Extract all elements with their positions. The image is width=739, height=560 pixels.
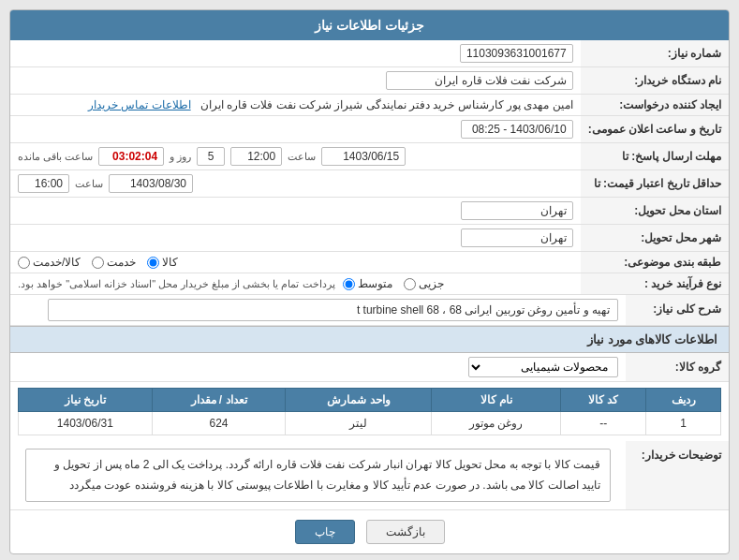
creator-text: امین مهدی پور کارشناس خرید دفتر نمایندگی… — [200, 98, 573, 111]
time-label: ساعت — [288, 151, 316, 163]
buyer-notes-table: توضیحات خریدار: قیمت کالا با توجه به محل… — [10, 441, 729, 510]
response-deadline-value: 1403/06/15 ساعت 12:00 5 روز و 03:02:04 س… — [10, 143, 581, 170]
products-table-header-row: ردیف کد کالا نام کالا واحد شمارش تعداد /… — [19, 389, 721, 412]
category-radio-group: کالا خدمت کالا/خدمت — [18, 256, 573, 269]
cell-row: 1 — [646, 412, 721, 435]
purchase-note: پرداخت تمام یا بخشی از مبلغ خریدار محل "… — [18, 278, 335, 290]
category-goods-service-radio[interactable] — [18, 257, 30, 269]
col-quantity: تعداد / مقدار — [152, 389, 286, 412]
purchase-type-medium[interactable]: متوسط — [343, 277, 392, 290]
buyer-display: شرکت نفت فلات قاره ایران — [386, 71, 573, 90]
province-value: تهران — [10, 198, 581, 225]
products-table-head: ردیف کد کالا نام کالا واحد شمارش تعداد /… — [19, 389, 721, 412]
category-value: کالا خدمت کالا/خدمت — [10, 252, 581, 273]
creator-label: ایجاد کننده درخواست: — [581, 95, 729, 116]
purchase-type-label: نوع فرآیند خرید : — [581, 273, 729, 295]
countdown-label: ساعت باقی مانده — [18, 151, 93, 163]
cell-unit: لیتر — [286, 412, 432, 435]
category-goods-service[interactable]: کالا/خدمت — [18, 256, 81, 269]
purchase-type-partial-radio[interactable] — [404, 278, 416, 290]
col-code: کد کالا — [561, 389, 646, 412]
purchase-type-row: نوع فرآیند خرید : جزیی متوسط — [10, 273, 729, 295]
response-deadline-label: مهلت ارسال پاسخ: تا — [581, 143, 729, 170]
product-group-value: محصولات شیمیایی — [10, 353, 626, 382]
cell-quantity: 624 — [152, 412, 286, 435]
validity-row: حداقل تاریخ اعتبار قیمت: تا 1403/08/30 س… — [10, 170, 729, 198]
cell-code: -- — [561, 412, 646, 435]
category-label: طبقه بندی موضوعی: — [581, 252, 729, 273]
product-group-label: گروه کالا: — [626, 353, 729, 382]
category-service-radio[interactable] — [92, 257, 104, 269]
description-display: تهیه و تأمین روغن توربین ایرانی 68 ، 68 … — [48, 299, 618, 321]
products-table-body: 1 -- روغن موتور لیتر 624 1403/06/31 — [19, 412, 721, 435]
response-date-display: 1403/06/15 — [321, 147, 406, 166]
product-group-table: گروه کالا: محصولات شیمیایی — [10, 353, 729, 382]
creator-link[interactable]: اطلاعات تماس خریدار — [88, 98, 191, 111]
validity-date-display: 1403/08/30 — [109, 174, 193, 193]
page-title: جزئیات اطلاعات نیاز — [10, 10, 729, 40]
description-label: شرح کلی نیاز: — [626, 295, 729, 326]
table-row: 1 -- روغن موتور لیتر 624 1403/06/31 — [19, 412, 721, 435]
countdown-display: 03:02:04 — [98, 147, 164, 166]
response-days-display: 5 — [197, 147, 225, 166]
purchase-type-partial-label: جزیی — [419, 277, 444, 290]
validity-time-display: 16:00 — [18, 174, 69, 193]
description-value: تهیه و تأمین روغن توربین ایرانی 68 ، 68 … — [10, 295, 626, 326]
date-display: 1403/06/10 - 08:25 — [461, 120, 573, 139]
products-table: ردیف کد کالا نام کالا واحد شمارش تعداد /… — [18, 388, 721, 435]
description-row: شرح کلی نیاز: تهیه و تأمین روغن توربین ا… — [10, 295, 729, 326]
products-section-header: اطلاعات کالاهای مورد نیاز — [10, 326, 729, 353]
purchase-type-value: جزیی متوسط پرداخت تمام یا بخشی از مبلغ خ… — [10, 273, 581, 295]
buyer-notes-label: توضیحات خریدار: — [626, 441, 729, 510]
need-number-row: شماره نیاز: 1103093631001677 — [10, 40, 729, 67]
buyer-label: نام دستگاه خریدار: — [581, 67, 729, 95]
province-label: استان محل تحویل: — [581, 198, 729, 225]
validity-value: 1403/08/30 ساعت 16:00 — [10, 170, 581, 198]
purchase-type-medium-radio[interactable] — [343, 278, 355, 290]
buyer-notes-display: قیمت کالا با توجه به محل تحویل کالا تهرا… — [25, 449, 611, 502]
product-group-select[interactable]: محصولات شیمیایی — [468, 357, 618, 377]
category-goods-radio[interactable] — [147, 257, 159, 269]
cell-date: 1403/06/31 — [19, 412, 153, 435]
back-button[interactable]: بازگشت — [366, 520, 445, 544]
buyer-notes-row: توضیحات خریدار: قیمت کالا با توجه به محل… — [10, 441, 729, 510]
col-row: ردیف — [646, 389, 721, 412]
purchase-type-radio-group: جزیی متوسط — [343, 277, 444, 290]
button-row: بازگشت چاپ — [10, 510, 729, 553]
buyer-value: شرکت نفت فلات قاره ایران — [10, 67, 581, 95]
purchase-type-partial[interactable]: جزیی — [404, 277, 444, 290]
cell-name: روغن موتور — [432, 412, 561, 435]
page-wrapper: جزئیات اطلاعات نیاز شماره نیاز: 11030936… — [0, 0, 739, 560]
date-value: 1403/06/10 - 08:25 — [10, 116, 581, 143]
buyer-notes-value: قیمت کالا با توجه به محل تحویل کالا تهرا… — [10, 441, 626, 510]
main-card: جزئیات اطلاعات نیاز شماره نیاز: 11030936… — [9, 9, 730, 554]
category-service-label: خدمت — [107, 256, 136, 269]
province-row: استان محل تحویل: تهران — [10, 198, 729, 225]
product-group-row: گروه کالا: محصولات شیمیایی — [10, 353, 729, 382]
need-number-label: شماره نیاز: — [581, 40, 729, 67]
response-time-display: 12:00 — [230, 147, 282, 166]
category-goods-label: کالا — [162, 256, 178, 269]
purchase-type-medium-label: متوسط — [358, 277, 392, 290]
province-display: تهران — [461, 201, 573, 220]
creator-row: ایجاد کننده درخواست: امین مهدی پور کارشن… — [10, 95, 729, 116]
city-label: شهر محل تحویل: — [581, 225, 729, 252]
category-row: طبقه بندی موضوعی: کالا خدمت کالا/خدمت — [10, 252, 729, 273]
days-label: روز و — [170, 151, 191, 163]
response-deadline-row: مهلت ارسال پاسخ: تا 1403/06/15 ساعت 12:0… — [10, 143, 729, 170]
need-number-value: 1103093631001677 — [10, 40, 581, 67]
date-label: تاریخ و ساعت اعلان عمومی: — [581, 116, 729, 143]
creator-value: امین مهدی پور کارشناس خرید دفتر نمایندگی… — [10, 95, 581, 116]
city-row: شهر محل تحویل: تهران — [10, 225, 729, 252]
category-service[interactable]: خدمت — [92, 256, 136, 269]
category-goods[interactable]: کالا — [147, 256, 178, 269]
date-row: تاریخ و ساعت اعلان عمومی: 1403/06/10 - 0… — [10, 116, 729, 143]
description-table: شرح کلی نیاز: تهیه و تأمین روغن توربین ا… — [10, 295, 729, 326]
info-table: شماره نیاز: 1103093631001677 نام دستگاه … — [10, 40, 729, 295]
print-button[interactable]: چاپ — [295, 520, 355, 544]
category-goods-service-label: کالا/خدمت — [33, 256, 81, 269]
city-display: تهران — [461, 228, 573, 247]
need-number-display: 1103093631001677 — [460, 44, 573, 63]
validity-label: حداقل تاریخ اعتبار قیمت: تا — [581, 170, 729, 198]
city-value: تهران — [10, 225, 581, 252]
